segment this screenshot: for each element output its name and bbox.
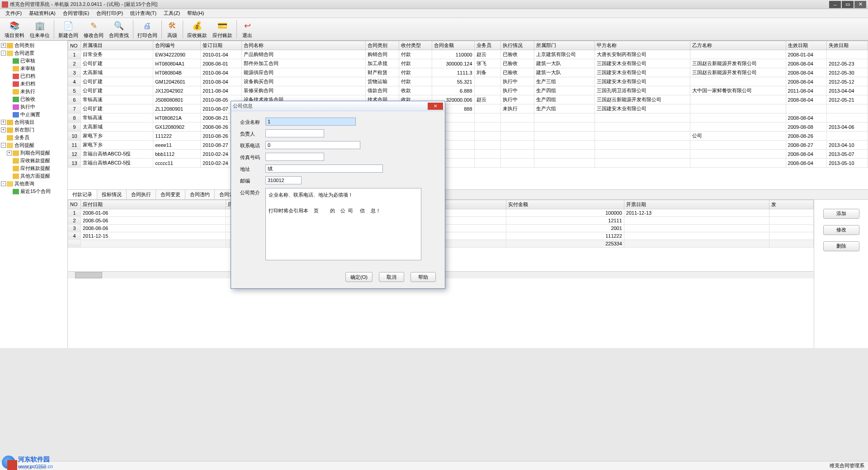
toolbar-button[interactable]: 📄新建合同 [56, 19, 81, 40]
column-header[interactable]: 收付类型 [399, 41, 432, 50]
restore-button[interactable]: ▭ [842, 1, 854, 8]
tree-node[interactable]: 未执行 [1, 88, 66, 95]
table-row[interactable]: 8常铄高速HT080821A2008-08-21工艺技术转让合同技术合同收款20… [68, 113, 868, 122]
tree-sidebar[interactable]: +合同类别-合同进度已审核未审核已归档未归档未执行已验收执行中中止搁置+合同项目… [0, 41, 68, 348]
phone-input[interactable] [265, 141, 360, 149]
tree-node[interactable]: 已归档 [1, 72, 66, 80]
table-row[interactable]: 6常铄高速JS080808012010-08-05设备技术改造合同技术合同收款3… [68, 95, 868, 104]
close-button[interactable]: ✕ [854, 1, 866, 8]
column-header[interactable]: 失效日期 [827, 41, 868, 50]
owner-input[interactable] [265, 129, 324, 137]
table-row[interactable]: 1日常业务EW342220902010-01-04产品购销合同购销合同付款110… [68, 50, 868, 59]
column-header[interactable]: 合同编号 [153, 41, 201, 50]
detail-tab[interactable]: 合同执行 [127, 190, 156, 199]
table-row[interactable]: 7公司扩建ZL120809012010-08-07木料供应合作协议财产租赁收款8… [68, 104, 868, 113]
dialog-ok-button[interactable]: 确定(O) [345, 272, 373, 282]
table-row[interactable]: 2公司扩建HT080804A12008-08-01部件外加工合同加工承揽付款30… [68, 59, 868, 68]
menu-item[interactable]: 基础资料(A) [25, 9, 59, 18]
zip-input[interactable] [265, 176, 302, 184]
fax-input[interactable] [265, 153, 324, 161]
tree-node[interactable]: +到期合同提醒 [1, 149, 66, 157]
table-row[interactable]: 5公司扩建JX120429022011-08-04装修采购合同借款合同收款6.8… [68, 86, 868, 95]
table-row[interactable]: 9太高新城GX120809022008-08-26太空新城K9-2地块项目研究策… [68, 122, 868, 132]
toolbar-button[interactable]: 🔍合同查找 [106, 19, 132, 40]
menu-item[interactable]: 合同管理(E) [59, 9, 93, 18]
tree-node[interactable]: 其他方面提醒 [1, 172, 66, 180]
toolbar-button[interactable]: 💳应付账款 [210, 19, 235, 40]
menu-item[interactable]: 工具(Z) [160, 9, 184, 18]
table-row[interactable]: 13京福台高铁ABCD-5投ccccc112010-02-24bbb222财产租… [68, 159, 868, 168]
intro-textarea[interactable] [265, 188, 421, 260]
column-header[interactable]: 开票日期 [624, 200, 769, 209]
column-header[interactable]: 生效日期 [786, 41, 827, 50]
tree-node[interactable]: +合同类别 [1, 42, 66, 49]
tree-node[interactable]: +所在部门 [1, 126, 66, 134]
side-button[interactable]: 修改 [823, 225, 859, 235]
dialog-cancel-button[interactable]: 取消 [379, 272, 404, 282]
detail-tab[interactable]: 付款记录 [68, 190, 97, 199]
detail-tab[interactable]: 合同变更 [156, 190, 185, 199]
column-header[interactable]: 应付日期 [81, 200, 226, 209]
table-row[interactable]: 4公司扩建GM120426012010-08-04设备购买合同货物运输付款55.… [68, 77, 868, 86]
company-name-input[interactable] [265, 118, 356, 126]
tree-node[interactable]: 执行中 [1, 103, 66, 111]
tree-node[interactable]: 未审核 [1, 65, 66, 72]
tree-node[interactable]: 应付账款提醒 [1, 164, 66, 172]
toolbar-button[interactable]: ✎修改合同 [81, 19, 106, 40]
contracts-grid[interactable]: NO所属项目合同编号签订日期合同名称合同类别收付类型合同金额业务员执行情况所属部… [68, 41, 868, 189]
tree-expander-icon[interactable]: + [1, 127, 6, 132]
table-row[interactable]: 3太高新城HT080804B2010-08-04能源供应合同财产租赁付款1111… [68, 68, 868, 77]
column-header[interactable]: 合同名称 [242, 41, 366, 50]
column-header[interactable]: 实付金额 [506, 200, 624, 209]
column-header[interactable]: 所属部门 [534, 41, 595, 50]
column-header[interactable]: 乙方名称 [690, 41, 786, 50]
tree-node[interactable]: 未归档 [1, 80, 66, 88]
toolbar-button[interactable]: 🛠高级 [163, 19, 181, 40]
tree-node[interactable]: 业务员 [1, 134, 66, 141]
menu-item[interactable]: 合同打印(P) [93, 9, 127, 18]
tree-expander-icon[interactable]: - [1, 181, 6, 186]
tree-node[interactable]: 已审核 [1, 57, 66, 65]
dialog-help-button[interactable]: 帮助 [410, 272, 436, 282]
detail-tab[interactable]: 合同违约 [185, 190, 215, 199]
table-row[interactable]: 12京福台高铁ABCD-5投bbb11122010-02-24bbb222财产租… [68, 150, 868, 159]
column-header[interactable]: 合同金额 [432, 41, 474, 50]
toolbar-button[interactable]: 📚项目资料 [2, 19, 27, 40]
tree-node[interactable]: -合同提醒 [1, 141, 66, 149]
toolbar-button[interactable]: 🏢往来单位 [27, 19, 52, 40]
dialog-close-button[interactable]: ✕ [428, 103, 443, 110]
column-header[interactable]: 发 [769, 200, 813, 209]
minimize-button[interactable]: – [829, 1, 841, 8]
column-header[interactable]: NO [68, 200, 81, 209]
address-input[interactable] [265, 164, 383, 173]
table-row[interactable]: 11家电下乡eeee112010-08-27fff22财产租赁收款2008-08… [68, 141, 868, 150]
tree-node[interactable]: 最近15个合同 [1, 188, 66, 195]
menu-item[interactable]: 统计查询(T) [127, 9, 160, 18]
menu-item[interactable]: 帮助(H) [184, 9, 208, 18]
column-header[interactable]: NO [68, 41, 81, 50]
column-header[interactable]: 合同类别 [366, 41, 399, 50]
tree-node[interactable]: -其他查询 [1, 180, 66, 188]
tree-expander-icon[interactable]: - [1, 143, 6, 148]
tree-node[interactable]: +合同项目 [1, 118, 66, 126]
tree-node[interactable]: 应收账款提醒 [1, 157, 66, 164]
tree-node[interactable]: -合同进度 [1, 49, 66, 57]
tree-expander-icon[interactable]: + [7, 150, 12, 155]
column-header[interactable]: 业务员 [474, 41, 500, 50]
column-header[interactable]: 甲方名称 [595, 41, 690, 50]
side-button[interactable]: 添加 [823, 209, 859, 219]
tree-expander-icon[interactable]: + [1, 120, 6, 125]
tree-expander-icon[interactable]: + [1, 43, 6, 48]
toolbar-button[interactable]: ↩退出 [238, 19, 256, 40]
table-row[interactable]: 10家电下乡1112222010-08-262222财产租赁收款公司2008-0… [68, 132, 868, 141]
column-header[interactable]: 签订日期 [201, 41, 242, 50]
tree-node[interactable]: 已验收 [1, 95, 66, 103]
menu-item[interactable]: 文件(F) [2, 9, 25, 18]
detail-tab[interactable]: 投标情况 [97, 190, 127, 199]
tree-expander-icon[interactable]: - [1, 51, 6, 56]
toolbar-button[interactable]: 🖨打印合同 [135, 19, 160, 40]
dialog-titlebar[interactable]: 公司信息 ✕ [231, 101, 445, 111]
side-button[interactable]: 删除 [823, 241, 859, 251]
column-header[interactable]: 所属项目 [81, 41, 153, 50]
tree-node[interactable]: 中止搁置 [1, 111, 66, 118]
